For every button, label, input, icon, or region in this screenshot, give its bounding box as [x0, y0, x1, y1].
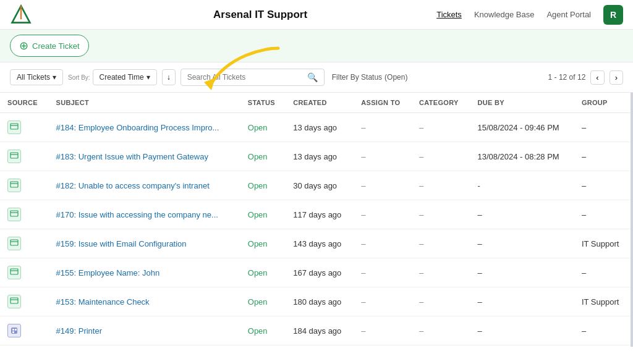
create-ticket-button[interactable]: ⊕ Create Ticket — [10, 35, 89, 57]
svg-rect-17 — [11, 328, 17, 334]
cell-group: – — [574, 113, 631, 142]
nav-knowledge-base[interactable]: Knowledge Base — [474, 10, 535, 19]
cell-created: 143 days ago — [286, 229, 354, 258]
cell-source — [0, 229, 49, 258]
table-header: SOURCE SUBJECT STATUS CREATED ASSIGN TO … — [0, 93, 631, 113]
cell-category: – — [412, 142, 470, 171]
nav-agent-portal[interactable]: Agent Portal — [546, 10, 591, 19]
header-title: Arsenal IT Support — [84, 9, 436, 21]
cell-category: – — [412, 258, 470, 287]
plus-icon: ⊕ — [19, 39, 28, 53]
subject-link[interactable]: #149: Printer — [56, 326, 102, 336]
cell-status: Open — [240, 345, 286, 347]
cell-group: IT Support — [574, 287, 631, 316]
cell-category: – — [412, 287, 470, 316]
cell-category: – — [412, 113, 470, 142]
subject-link[interactable]: #184: Employee Onboarding Process Impro.… — [56, 123, 219, 132]
subject-link[interactable]: #170: Issue with accessing the company n… — [56, 210, 218, 219]
svg-rect-15 — [11, 298, 18, 303]
cell-created: 30 days ago — [286, 171, 354, 200]
svg-rect-18 — [12, 329, 14, 331]
subject-link[interactable]: #159: Issue with Email Configuration — [56, 239, 187, 248]
svg-rect-19 — [15, 329, 17, 331]
subject-link[interactable]: #155: Employee Name: John — [56, 268, 160, 277]
col-source: SOURCE — [0, 93, 49, 113]
cell-subject: #182: Unable to access company's intrane… — [49, 171, 240, 200]
cell-due-by: – — [470, 287, 574, 316]
cell-created: 184 days ago — [286, 316, 354, 345]
next-page-button[interactable]: › — [610, 70, 623, 85]
prev-page-button[interactable]: ‹ — [590, 70, 604, 85]
cell-assign-to: – — [354, 200, 412, 229]
sort-direction-button[interactable]: ↓ — [162, 69, 176, 85]
subject-link[interactable]: #153: Maintenance Check — [56, 297, 150, 307]
cell-status: Open — [240, 316, 286, 345]
logo-icon — [10, 4, 32, 26]
col-category: CATEGORY — [412, 93, 470, 113]
subject-link[interactable]: #183: Urgent Issue with Payment Gateway — [56, 152, 208, 161]
logo-area — [10, 4, 84, 26]
table-row[interactable]: #184: Employee Onboarding Process Impro.… — [0, 113, 631, 142]
sort-by-label: Sort By: — [68, 74, 90, 81]
table-row[interactable]: #170: Issue with accessing the company n… — [0, 200, 631, 229]
table-row[interactable]: #183: Urgent Issue with Payment GatewayO… — [0, 142, 631, 171]
cell-due-by: 15/08/2024 - 09:46 PM — [470, 113, 574, 142]
email-source-icon — [7, 266, 21, 279]
cell-due-by: – — [470, 229, 574, 258]
cell-subject: #153: Maintenance Check — [49, 287, 240, 316]
header: Arsenal IT Support Tickets Knowledge Bas… — [0, 0, 633, 30]
table-row[interactable]: #149: PrinterOpen184 days ago–––– — [0, 316, 631, 345]
cell-subject: #155: Employee Name: John — [49, 258, 240, 287]
nav-tickets[interactable]: Tickets — [436, 10, 462, 19]
create-ticket-label: Create Ticket — [32, 41, 80, 51]
pagination: 1 - 12 of 12 ‹ › — [548, 70, 623, 85]
cell-source — [0, 316, 49, 345]
chevron-down-icon-2: ▾ — [147, 73, 150, 82]
cell-source — [0, 287, 49, 316]
sort-select[interactable]: Created Time ▾ — [93, 69, 157, 85]
cell-subject: #183: Urgent Issue with Payment Gateway — [49, 142, 240, 171]
table-row[interactable]: #155: Employee Name: JohnOpen167 days ag… — [0, 258, 631, 287]
cell-group: – — [574, 171, 631, 200]
svg-rect-9 — [11, 211, 18, 216]
tickets-tbody: #184: Employee Onboarding Process Impro.… — [0, 113, 631, 347]
cell-status: Open — [240, 229, 286, 258]
sort-group: Sort By: Created Time ▾ — [68, 69, 157, 85]
table-row[interactable]: #159: Issue with Email ConfigurationOpen… — [0, 229, 631, 258]
cell-source — [0, 258, 49, 287]
cell-status: Open — [240, 200, 286, 229]
email-source-icon — [7, 150, 21, 163]
cell-source — [0, 200, 49, 229]
cell-status: Open — [240, 287, 286, 316]
tickets-table-container: SOURCE SUBJECT STATUS CREATED ASSIGN TO … — [0, 93, 633, 347]
table-row[interactable]: #144: Need Printer Access in B blockOpen… — [0, 345, 631, 347]
cell-created: 180 days ago — [286, 287, 354, 316]
tickets-table: SOURCE SUBJECT STATUS CREATED ASSIGN TO … — [0, 93, 631, 347]
col-status: STATUS — [240, 93, 286, 113]
table-row[interactable]: #182: Unable to access company's intrane… — [0, 171, 631, 200]
cell-source — [0, 171, 49, 200]
cell-source — [0, 113, 49, 142]
filter-status-value: (Open) — [384, 73, 407, 82]
cell-assign-to: – — [354, 287, 412, 316]
cell-group: – — [574, 142, 631, 171]
pagination-count: 1 - 12 of 12 — [548, 73, 586, 82]
cell-assign-to: – — [354, 258, 412, 287]
search-input[interactable] — [187, 73, 304, 82]
subject-link[interactable]: #182: Unable to access company's intrane… — [56, 181, 210, 190]
cell-due-by: 13/08/2024 - 08:28 PM — [470, 142, 574, 171]
col-created: CREATED — [286, 93, 354, 113]
cell-assign-to: – — [354, 171, 412, 200]
teams-source-icon — [7, 324, 21, 337]
search-box: 🔍 — [181, 69, 325, 86]
cell-subject: #159: Issue with Email Configuration — [49, 229, 240, 258]
svg-rect-11 — [11, 240, 18, 245]
cell-group: IT Support — [574, 229, 631, 258]
table-row[interactable]: #153: Maintenance CheckOpen180 days ago–… — [0, 287, 631, 316]
email-source-icon — [7, 208, 21, 221]
cell-subject: #170: Issue with accessing the company n… — [49, 200, 240, 229]
cell-group: – — [574, 316, 631, 345]
all-tickets-filter[interactable]: All Tickets ▾ — [10, 69, 63, 85]
avatar-button[interactable]: R — [603, 5, 623, 25]
cell-created: 117 days ago — [286, 200, 354, 229]
